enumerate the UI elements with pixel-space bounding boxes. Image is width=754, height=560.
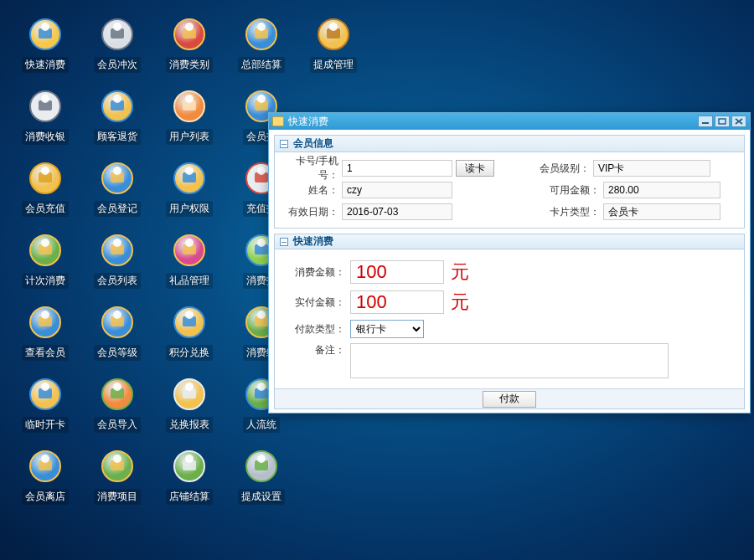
desktop-icon-member-level[interactable]: 会员等级	[87, 303, 147, 375]
svg-point-8	[185, 23, 194, 31]
balance-value	[603, 182, 720, 198]
desktop-icon-member-topup[interactable]: 会员充值	[15, 159, 75, 231]
desktop-icon-member-leave[interactable]: 会员离店	[15, 447, 75, 519]
member-charge-icon	[98, 15, 137, 54]
desktop-icon-label: 兑换报表	[166, 417, 213, 433]
close-button[interactable]	[731, 116, 746, 127]
svg-point-86	[257, 455, 266, 463]
desktop-icon-member-register[interactable]: 会员登记	[87, 159, 147, 231]
panel-body: 卡号/手机号： 读卡 会员级别： 姓名： 可用金额：	[275, 152, 744, 228]
desktop-icon-label: 临时开卡	[22, 417, 69, 433]
collapse-icon[interactable]	[280, 140, 288, 148]
desktop-icon-exchange-report[interactable]: 兑换报表	[159, 375, 219, 447]
desktop-icon-member-charge[interactable]: 会员冲次	[87, 15, 147, 87]
desktop-icon-label: 会员冲次	[94, 57, 141, 73]
desktop-icon-cashier[interactable]: 消费收银	[15, 87, 75, 159]
member-register-icon	[98, 159, 137, 198]
svg-point-26	[257, 95, 266, 103]
row-expire: 有效日期： 卡片类型：	[281, 201, 737, 223]
count-consume-icon	[26, 231, 65, 270]
collapse-icon[interactable]	[280, 238, 288, 246]
desktop-icon-hq-settle[interactable]: 总部结算	[231, 15, 292, 87]
minimize-button[interactable]	[698, 116, 713, 127]
temp-card-icon	[26, 375, 65, 414]
remark-input[interactable]	[350, 343, 669, 378]
row-paytype: 付款类型： 银行卡	[281, 320, 737, 338]
svg-point-41	[41, 239, 49, 247]
desktop-icon-label: 计次消费	[22, 273, 69, 289]
consume-amount-input[interactable]	[350, 260, 444, 284]
svg-point-71	[185, 383, 194, 391]
desktop-icon-label: 礼品管理	[166, 273, 213, 289]
desktop-icon-label: 顾客退货	[94, 129, 141, 145]
desktop-icon-label: 积分兑换	[166, 345, 213, 361]
maximize-button[interactable]	[715, 116, 730, 127]
svg-point-2	[41, 23, 49, 31]
svg-point-65	[41, 383, 49, 391]
consume-item-icon	[98, 447, 137, 486]
desktop-icon-user-perms[interactable]: 用户权限	[159, 159, 219, 231]
svg-point-50	[257, 239, 266, 247]
pay-button[interactable]: 付款	[483, 391, 536, 408]
svg-point-29	[41, 167, 49, 175]
svg-point-62	[257, 311, 266, 319]
svg-point-53	[41, 311, 49, 319]
desktop-icon-fast-consume[interactable]: 快速消费	[15, 15, 75, 87]
card-input[interactable]	[342, 160, 452, 177]
svg-point-44	[113, 239, 121, 247]
fast-consume-window: 快速消费 会员信息 卡号/手机号： 读卡 会员级别：	[268, 112, 751, 414]
svg-point-32	[113, 167, 121, 175]
desktop-icon-shop-settle[interactable]: 店铺结算	[159, 447, 219, 519]
panel-body: 消费金额： 元 实付金额： 元 付款类型： 银行卡 备注：	[275, 249, 744, 388]
svg-point-35	[185, 167, 194, 175]
svg-point-17	[41, 95, 49, 103]
svg-point-38	[257, 167, 266, 175]
panel-header: 会员信息	[275, 136, 744, 152]
panel-title: 会员信息	[293, 136, 333, 151]
svg-point-80	[113, 455, 121, 463]
svg-point-11	[257, 23, 266, 31]
row-remark: 备注：	[281, 343, 737, 378]
desktop-icon-commission[interactable]: 提成管理	[303, 15, 364, 87]
actual-amount-label: 实付金额：	[281, 295, 350, 310]
commission-icon	[314, 15, 353, 54]
points-icon	[170, 303, 209, 342]
svg-point-5	[113, 23, 121, 31]
titlebar[interactable]: 快速消费	[269, 113, 750, 130]
svg-point-14	[329, 23, 338, 31]
svg-point-74	[257, 383, 266, 391]
desktop-icon-returns[interactable]: 顾客退货	[87, 87, 147, 159]
svg-point-47	[185, 239, 194, 247]
desktop-icon-label: 消费收银	[22, 129, 69, 145]
desktop-icon-member-import[interactable]: 会员导入	[87, 375, 147, 447]
desktop-icon-commission-set[interactable]: 提成设置	[231, 447, 292, 519]
actual-amount-input[interactable]	[350, 290, 444, 314]
exchange-report-icon	[170, 375, 209, 414]
desktop-icon-gifts[interactable]: 礼品管理	[159, 231, 219, 303]
desktop-icon-label: 提成管理	[310, 57, 357, 73]
desktop-icon-label: 用户列表	[166, 129, 213, 145]
window-title: 快速消费	[288, 115, 328, 129]
desktop-icon-consume-category[interactable]: 消费类别	[159, 15, 219, 87]
desktop-icon-user-list[interactable]: 用户列表	[159, 87, 219, 159]
desktop-icon-consume-item[interactable]: 消费项目	[87, 447, 147, 519]
desktop-icon-label: 会员充值	[22, 201, 69, 217]
actual-unit: 元	[451, 290, 469, 315]
desktop-icon-points[interactable]: 积分兑换	[159, 303, 219, 375]
remark-label: 备注：	[281, 343, 350, 357]
desktop-icon-label: 会员等级	[94, 345, 141, 361]
consume-category-icon	[170, 15, 209, 54]
read-card-button[interactable]: 读卡	[456, 160, 494, 177]
desktop-icon-count-consume[interactable]: 计次消费	[15, 231, 75, 303]
paytype-select[interactable]: 银行卡	[350, 320, 424, 338]
panel-title: 快速消费	[293, 234, 333, 249]
user-perms-icon	[170, 159, 209, 198]
desktop-icon-member-list[interactable]: 会员列表	[87, 231, 147, 303]
desktop-icon-view-member[interactable]: 查看会员	[15, 303, 75, 375]
desktop-icon-label: 用户权限	[166, 201, 213, 217]
panel-footer: 付款	[275, 388, 744, 408]
desktop-icon-temp-card[interactable]: 临时开卡	[15, 375, 75, 447]
desktop-icon-label: 快速消费	[22, 57, 69, 73]
member-topup-icon	[26, 159, 65, 198]
member-import-icon	[98, 375, 137, 414]
